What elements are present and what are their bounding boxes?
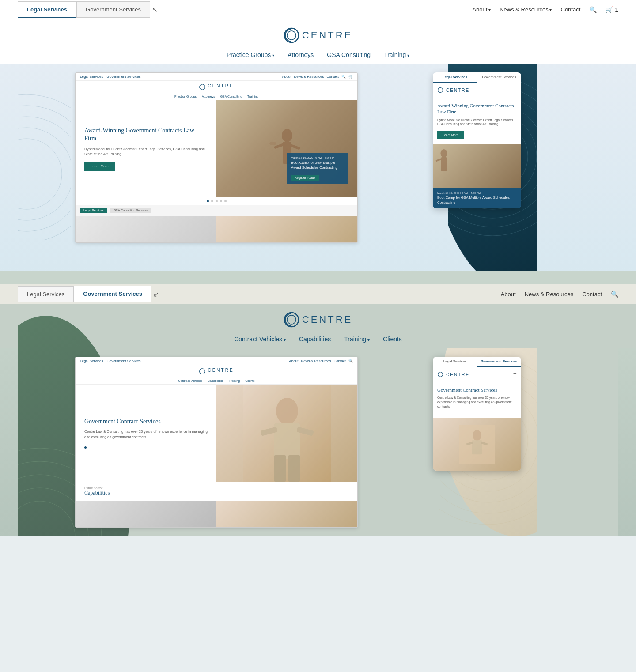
preview-container: Legal Services Government Services About…	[18, 64, 618, 271]
bottom-mobile-tabs: Legal Services Government Services	[433, 357, 521, 367]
preview-hero-title: Award-Winning Government Contracts Law F…	[84, 127, 208, 143]
bottom-legal-tab[interactable]: Legal Services	[18, 286, 74, 302]
bottom-image-strip	[76, 501, 357, 527]
mobile-gov-tab[interactable]: Government Services	[477, 72, 521, 83]
bottom-nav-tabs: Legal Services Government Services ↙	[18, 286, 159, 302]
dot-5	[224, 200, 227, 202]
preview-hero-left: Award-Winning Government Contracts Law F…	[76, 100, 216, 197]
practice-groups-link[interactable]: Practice Groups	[227, 51, 274, 58]
bottom-mobile-hero-title: Government Contract Services	[437, 387, 517, 393]
preview-image-strip	[76, 216, 357, 242]
bottom-about-link[interactable]: About	[501, 291, 516, 298]
main-nav: Practice Groups Attorneys GSA Consulting…	[0, 47, 636, 64]
bottom-preview-gov-tab: Government Services	[106, 359, 140, 363]
mobile-legal-tab[interactable]: Legal Services	[433, 72, 477, 83]
logo-text: CENTRE	[302, 30, 352, 41]
bottom-centre-logo[interactable]: CENTRE	[284, 312, 352, 328]
gov-mobile-hero	[433, 418, 521, 471]
register-btn[interactable]: Register Today	[291, 175, 319, 181]
preview-main-nav: Practice Groups Attorneys GSA Consulting…	[76, 93, 357, 100]
contract-vehicles-link[interactable]: Contract Vehicles	[234, 336, 286, 343]
gov-hero-subtitle: Centre Law & Consulting has over 30 year…	[84, 429, 208, 439]
bottom-mobile-hero-subtitle: Centre Law & Consulting has over 30 year…	[437, 396, 517, 408]
bottom-preview-nav-left: Legal Services Government Services	[80, 359, 140, 363]
capabilities-link[interactable]: Capabilities	[299, 336, 331, 343]
gov-hero-right	[216, 385, 357, 482]
mobile-event-card: March 15-16, 2022 | 9 AM – 4:30 PM Boot …	[433, 188, 521, 208]
gov-dot-active	[84, 446, 87, 449]
capabilities-label: Public Sector	[84, 487, 348, 490]
bottom-mobile-gov-tab[interactable]: Government Services	[477, 357, 521, 367]
preview-learn-more-btn[interactable]: Learn More	[84, 162, 115, 171]
bottom-logo-icon	[284, 312, 299, 328]
bottom-hamburger-icon[interactable]: ≡	[513, 371, 517, 378]
preview-nav-right: About News & Resources Contact 🔍 🛒	[282, 75, 353, 79]
bottom-mobile-logo-text: CENTRE	[446, 372, 469, 377]
svg-rect-33	[274, 423, 300, 459]
cursor-indicator: ↖	[152, 5, 158, 14]
section-separator	[0, 271, 636, 284]
svg-point-12	[269, 142, 276, 145]
search-icon[interactable]: 🔍	[589, 6, 597, 13]
bottom-preview-main-nav: Contract Vehicles Capabilities Training …	[76, 378, 357, 385]
bottom-mobile-hero-content: Government Contract Services Centre Law …	[433, 381, 521, 418]
bottom-preview-legal-tab: Legal Services	[80, 359, 103, 363]
clients-link[interactable]: Clients	[383, 336, 402, 343]
preview-gov-tab: Government Services	[106, 75, 140, 79]
svg-point-29	[18, 501, 75, 536]
top-nav-right: About News & Resources Contact 🔍 🛒 1	[472, 6, 618, 13]
bottom-preview-logo-row: CENTRE	[76, 365, 357, 378]
bottom-desktop-preview: Legal Services Government Services About…	[75, 357, 358, 528]
bottom-mobile-header: CENTRE ≡	[433, 367, 521, 381]
gsa-consulting-link[interactable]: GSA Consulting	[327, 51, 371, 58]
preview-nav-left: Legal Services Government Services	[80, 75, 140, 79]
bottom-training-link[interactable]: Training	[344, 336, 370, 343]
capabilities-title: Capabilities	[84, 490, 348, 496]
contact-link[interactable]: Contact	[561, 6, 581, 13]
logo-icon	[284, 27, 299, 43]
event-title: Boot Camp for GSA Multiple Award Schedul…	[291, 161, 344, 170]
preview-hero-subtitle: Hybrid Model for Client Success: Expert …	[84, 147, 208, 156]
bottom-preview-nav-right: About News & Resources Contact 🔍	[289, 359, 353, 363]
mobile-hero-title: Award-Winning Government Contracts Law F…	[437, 102, 517, 115]
bottom-mobile-legal-tab[interactable]: Legal Services	[433, 357, 477, 367]
training-link[interactable]: Training	[384, 51, 409, 58]
mobile-event-title: Boot Camp for GSA Multiple Award Schedul…	[437, 196, 517, 205]
preview-gsa-footer-tab[interactable]: GSA Consulting Services	[110, 208, 151, 213]
svg-rect-41	[472, 440, 482, 454]
svg-point-20	[18, 117, 71, 231]
man-working-svg	[243, 385, 331, 482]
bottom-mobile-preview: Legal Services Government Services CENTR…	[433, 357, 521, 471]
about-link[interactable]: About	[472, 6, 491, 13]
bottom-gov-tab[interactable]: Government Services	[74, 286, 151, 302]
event-overlay: March 15-16, 2022 | 9 AM – 4:30 PM Boot …	[287, 153, 348, 184]
preview-legal-footer-tab[interactable]: Legal Services	[80, 208, 107, 213]
bottom-logo-text: CENTRE	[302, 314, 352, 325]
bottom-news-link[interactable]: News & Resources	[525, 291, 574, 298]
svg-rect-37	[288, 455, 300, 482]
cart-icon[interactable]: 🛒 1	[606, 6, 618, 13]
bottom-contact-link[interactable]: Contact	[582, 291, 602, 298]
mobile-header: CENTRE ≡	[433, 83, 521, 97]
hamburger-icon[interactable]: ≡	[513, 87, 517, 94]
mobile-learn-more-btn[interactable]: Learn More	[437, 131, 464, 139]
gov-hero: Government Contract Services Centre Law …	[76, 385, 357, 482]
svg-point-1	[287, 31, 296, 40]
svg-point-9	[282, 129, 292, 142]
svg-point-15	[441, 149, 447, 158]
preview-legal-tab: Legal Services	[80, 75, 103, 79]
centre-logo[interactable]: CENTRE	[284, 27, 352, 43]
mobile-hero-subtitle: Hybrid Model for Client Success: Expert …	[437, 118, 517, 127]
attorneys-link[interactable]: Attorneys	[288, 51, 314, 58]
logo-area: CENTRE	[0, 19, 636, 47]
bottom-mobile-logo: CENTRE	[437, 371, 469, 378]
bottom-top-nav: Legal Services Government Services ↙ Abo…	[0, 284, 636, 304]
news-resources-link[interactable]: News & Resources	[500, 6, 552, 13]
legal-services-tab[interactable]: Legal Services	[18, 1, 76, 18]
bottom-preview-logo-text: CENTRE	[208, 368, 234, 375]
event-date: March 15-16, 2022 | 9 AM – 4:30 PM	[291, 156, 344, 159]
bottom-search-icon[interactable]: 🔍	[611, 291, 618, 298]
deco-circles-left	[18, 86, 71, 240]
government-services-tab[interactable]: Government Services	[76, 1, 150, 18]
mobile-hero-image	[433, 144, 521, 188]
